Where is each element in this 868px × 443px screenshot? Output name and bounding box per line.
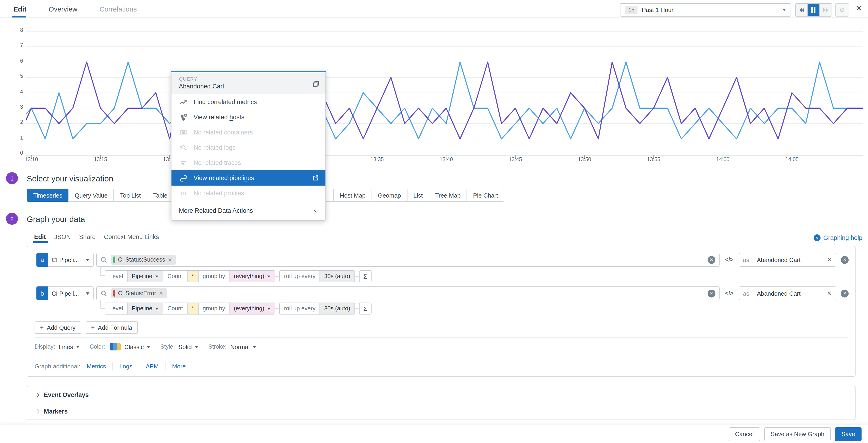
menu-item-no-related-logs: No related logs — [172, 140, 326, 155]
tab-share[interactable]: Share — [79, 233, 96, 240]
connector-line — [100, 300, 105, 309]
metric-selector[interactable]: CI Pipeli... — [48, 286, 94, 300]
refresh-button[interactable]: ↺ — [835, 3, 849, 16]
graphing-help-link[interactable]: ? Graphing help — [814, 234, 863, 241]
tab-overview[interactable]: Overview — [49, 5, 78, 13]
chevron-down-icon — [252, 346, 256, 348]
code-view-icon[interactable]: </> — [725, 257, 734, 263]
tab-edit[interactable]: Edit — [13, 5, 27, 13]
cancel-button[interactable]: Cancel — [728, 427, 760, 441]
viz-tab-query-value[interactable]: Query Value — [68, 189, 114, 202]
count-label: Count — [163, 303, 187, 314]
aggregator-sigma-button[interactable]: Σ — [359, 303, 371, 314]
count-value[interactable]: * — [187, 303, 198, 314]
x-axis-tick: 14:00 — [713, 157, 733, 162]
viz-tab-pie-chart[interactable]: Pie Chart — [466, 189, 504, 202]
filter-tag[interactable]: CI Status:Error ✕ — [111, 288, 167, 298]
add-formula-button[interactable]: + Add Formula — [86, 321, 138, 334]
copy-icon[interactable] — [313, 80, 319, 89]
search-icon — [100, 290, 107, 297]
time-range-selector[interactable]: 1h Past 1 Hour — [620, 3, 791, 16]
tab-json[interactable]: JSON — [54, 233, 71, 240]
count-value[interactable]: * — [187, 271, 198, 282]
alias-input[interactable]: Abandoned Cart — [753, 290, 823, 297]
metric-selector[interactable]: CI Pipeli... — [48, 253, 94, 267]
code-view-icon[interactable]: </> — [725, 290, 734, 297]
add-query-button[interactable]: + Add Query — [35, 321, 81, 334]
clear-alias-icon[interactable]: ✕ — [823, 290, 836, 297]
clear-search-icon[interactable]: ✕ — [708, 256, 715, 264]
context-menu-header: QUERY Abandoned Cart — [172, 72, 326, 94]
viz-tab-top-list[interactable]: Top List — [114, 189, 147, 202]
forward-button[interactable] — [819, 4, 832, 16]
close-button[interactable]: ✕ — [856, 4, 862, 13]
remove-query-icon[interactable]: ✕ — [841, 256, 849, 264]
style-selector[interactable]: Solid — [178, 343, 192, 350]
fast-forward-icon — [823, 7, 829, 13]
graph-additional-more-link[interactable]: More... — [172, 363, 191, 370]
level-label: Level — [105, 271, 127, 282]
event-overlays-section[interactable]: Event Overlays — [27, 386, 855, 403]
chevron-right-icon — [35, 409, 39, 414]
query-b-aggregation-row: Level Pipeline Count * group by (everyth… — [105, 303, 371, 314]
tab-correlations[interactable]: Correlations — [99, 5, 137, 13]
rollup-value[interactable]: 30s (auto) — [320, 271, 354, 282]
stroke-selector[interactable]: Normal — [230, 343, 250, 350]
group-by-selector[interactable]: (everything) — [229, 271, 275, 282]
more-related-data-actions[interactable]: More Related Data Actions — [172, 201, 326, 220]
save-as-new-graph-button[interactable]: Save as New Graph — [764, 427, 831, 441]
chevron-down-icon — [782, 9, 786, 11]
graph-additional-apm-link[interactable]: APM — [146, 363, 159, 370]
divider — [35, 337, 848, 338]
filter-search-input[interactable]: CI Status:Success ✕ ✕ — [96, 253, 719, 267]
as-label: as — [739, 287, 753, 300]
viz-tab-tree-map[interactable]: Tree Map — [429, 189, 467, 202]
tag-label: CI Status:Error — [118, 290, 156, 297]
viz-tab-geomap[interactable]: Geomap — [372, 189, 407, 202]
viz-tab-timeseries[interactable]: Timeseries — [27, 189, 69, 202]
group-by-label: group by — [198, 303, 229, 314]
tab-edit[interactable]: Edit — [34, 233, 46, 240]
pause-button[interactable] — [808, 4, 819, 16]
rewind-button[interactable] — [796, 4, 808, 16]
menu-item-view-related-pipelines[interactable]: View related pipelines — [172, 170, 326, 185]
alias-input[interactable]: Abandoned Cart — [753, 256, 823, 263]
remove-query-icon[interactable]: ✕ — [841, 289, 849, 297]
graphing-help-label: Graphing help — [823, 234, 863, 241]
context-menu-query-name: Abandoned Cart — [179, 83, 319, 90]
menu-item-find-correlated-metrics[interactable]: Find correlated metrics — [172, 94, 326, 110]
display-label: Display: — [35, 344, 55, 350]
menu-item-label: View related pipelines — [194, 174, 254, 181]
tab-context-menu-links[interactable]: Context Menu Links — [104, 233, 159, 240]
help-icon: ? — [814, 234, 820, 241]
level-selector[interactable]: Pipeline — [127, 271, 163, 282]
graph-additional-metrics-link[interactable]: Metrics — [87, 363, 106, 370]
level-selector[interactable]: Pipeline — [127, 303, 163, 314]
aggregator-sigma-button[interactable]: Σ — [359, 270, 371, 282]
timeseries-chart[interactable]: 8 7 6 5 4 3 2 1 0 13:10 13:15 13:20 13:2… — [0, 18, 868, 166]
remove-tag-icon[interactable]: ✕ — [159, 291, 163, 296]
display-selector[interactable]: Lines — [59, 343, 73, 350]
clear-search-icon[interactable]: ✕ — [708, 289, 715, 297]
overlay-sections: Event Overlays Markers — [27, 386, 856, 420]
hosts-icon — [179, 113, 188, 121]
save-button[interactable]: Save — [835, 427, 862, 441]
rollup-value[interactable]: 30s (auto) — [320, 303, 354, 314]
top-tabs: Edit Overview Correlations — [13, 0, 137, 18]
remove-tag-icon[interactable]: ✕ — [168, 257, 172, 263]
graph-additional-logs-link[interactable]: Logs — [119, 363, 132, 370]
menu-item-no-related-traces: No related traces — [172, 155, 326, 170]
viz-tab-list[interactable]: List — [407, 189, 429, 202]
viz-tab-table[interactable]: Table — [147, 189, 174, 202]
viz-tab-host-map[interactable]: Host Map — [334, 189, 372, 202]
clear-alias-icon[interactable]: ✕ — [823, 257, 836, 263]
query-context-menu: QUERY Abandoned Cart Find correlated met… — [171, 71, 326, 220]
group-by-selector[interactable]: (everything) — [229, 303, 275, 314]
markers-section[interactable]: Markers — [27, 403, 855, 419]
color-selector[interactable]: Classic — [124, 343, 144, 350]
chevron-down-icon — [155, 275, 159, 277]
top-bar: Edit Overview Correlations 1h Past 1 Hou… — [0, 0, 868, 18]
filter-tag[interactable]: CI Status:Success ✕ — [111, 254, 176, 265]
menu-item-view-related-hosts[interactable]: View related hosts — [172, 110, 326, 125]
filter-search-input[interactable]: CI Status:Error ✕ ✕ — [96, 286, 719, 300]
